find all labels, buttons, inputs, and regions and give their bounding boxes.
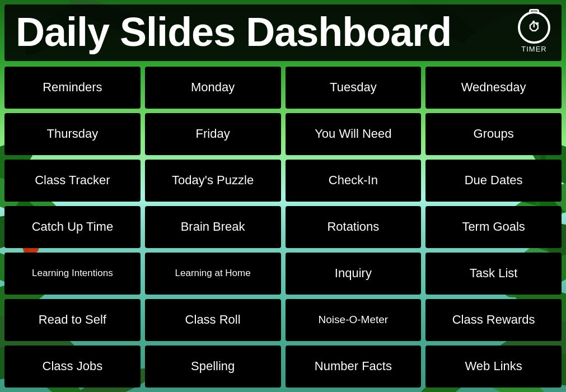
brain-break-button[interactable]: Brain Break xyxy=(145,206,281,248)
inquiry-button[interactable]: Inquiry xyxy=(286,253,422,295)
read-to-self-button[interactable]: Read to Self xyxy=(4,299,141,341)
tuesday-button[interactable]: Tuesday xyxy=(286,67,422,109)
reminders-button[interactable]: Reminders xyxy=(4,67,141,109)
thursday-button[interactable]: Thursday xyxy=(4,113,141,155)
learning-intentions-button[interactable]: Learning Intentions xyxy=(4,253,141,295)
number-facts-button[interactable]: Number Facts xyxy=(286,346,422,388)
check-in-button[interactable]: Check-In xyxy=(286,160,422,202)
you-will-need-button[interactable]: You Will Need xyxy=(286,113,422,155)
header: Daily Slides Dashboard ⏱ TIMER xyxy=(4,4,562,61)
class-jobs-button[interactable]: Class Jobs xyxy=(4,346,141,388)
due-dates-button[interactable]: Due Dates xyxy=(425,160,562,202)
timer-icon-symbol: ⏱ xyxy=(528,20,540,35)
groups-button[interactable]: Groups xyxy=(425,113,562,155)
class-rewards-button[interactable]: Class Rewards xyxy=(425,299,562,341)
class-roll-button[interactable]: Class Roll xyxy=(145,299,281,341)
monday-button[interactable]: Monday xyxy=(145,67,281,109)
timer-widget[interactable]: ⏱ TIMER xyxy=(518,11,550,53)
learning-at-home-button[interactable]: Learning at Home xyxy=(145,253,281,295)
rotations-button[interactable]: Rotations xyxy=(286,206,422,248)
timer-label: TIMER xyxy=(521,45,546,53)
wednesday-button[interactable]: Wednesday xyxy=(425,67,562,109)
noise-o-meter-button[interactable]: Noise-O-Meter xyxy=(286,299,422,341)
web-links-button[interactable]: Web Links xyxy=(425,346,562,388)
timer-circle: ⏱ xyxy=(518,11,550,44)
task-list-button[interactable]: Task List xyxy=(425,253,562,295)
page-title: Daily Slides Dashboard xyxy=(16,10,451,54)
todays-puzzle-button[interactable]: Today's Puzzle xyxy=(145,160,281,202)
friday-button[interactable]: Friday xyxy=(145,113,281,155)
term-goals-button[interactable]: Term Goals xyxy=(425,206,562,248)
button-grid: Reminders Monday Tuesday Wednesday Thurs… xyxy=(0,61,566,392)
spelling-button[interactable]: Spelling xyxy=(145,346,281,388)
catch-up-time-button[interactable]: Catch Up Time xyxy=(4,206,141,248)
class-tracker-button[interactable]: Class Tracker xyxy=(4,160,141,202)
